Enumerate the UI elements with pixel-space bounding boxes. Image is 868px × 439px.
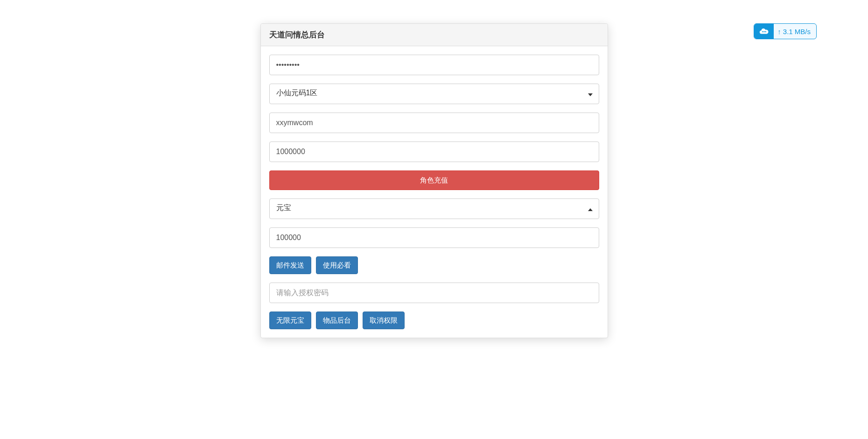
cloud-icon bbox=[754, 24, 774, 39]
svg-point-2 bbox=[765, 31, 766, 32]
svg-point-0 bbox=[762, 31, 763, 32]
panel-title: 天道问情总后台 bbox=[269, 29, 599, 40]
recharge-button[interactable]: 角色充值 bbox=[269, 170, 599, 190]
mail-send-button[interactable]: 邮件发送 bbox=[269, 256, 311, 274]
amount2-input[interactable] bbox=[269, 227, 599, 248]
button-row-2: 无限元宝 物品后台 取消权限 bbox=[269, 312, 599, 329]
button-row-1: 邮件发送 使用必看 bbox=[269, 256, 599, 274]
password-input[interactable] bbox=[269, 55, 599, 75]
server-select-value: 小仙元码1区 bbox=[269, 84, 599, 104]
svg-point-1 bbox=[764, 31, 765, 32]
revoke-permission-button[interactable]: 取消权限 bbox=[363, 312, 405, 329]
currency-select[interactable]: 元宝 bbox=[269, 198, 599, 219]
amount1-input[interactable] bbox=[269, 142, 599, 162]
upload-speed-widget[interactable]: ↑ 3.1 MB/s bbox=[754, 23, 817, 39]
speed-value: 3.1 MB/s bbox=[783, 28, 811, 35]
admin-panel: 天道问情总后台 小仙元码1区 角色充值 元宝 邮件发送 使用必看 bbox=[260, 23, 608, 338]
speed-text: ↑ 3.1 MB/s bbox=[774, 24, 816, 39]
panel-header: 天道问情总后台 bbox=[261, 24, 608, 46]
auth-password-input[interactable] bbox=[269, 283, 599, 303]
item-admin-button[interactable]: 物品后台 bbox=[316, 312, 358, 329]
panel-body: 小仙元码1区 角色充值 元宝 邮件发送 使用必看 无限元宝 物品后台 取消权限 bbox=[261, 46, 608, 338]
unlimited-gold-button[interactable]: 无限元宝 bbox=[269, 312, 311, 329]
server-select[interactable]: 小仙元码1区 bbox=[269, 84, 599, 104]
account-input[interactable] bbox=[269, 113, 599, 133]
usage-button[interactable]: 使用必看 bbox=[316, 256, 358, 274]
currency-select-value: 元宝 bbox=[269, 198, 599, 219]
upload-arrow-icon: ↑ bbox=[777, 28, 781, 35]
